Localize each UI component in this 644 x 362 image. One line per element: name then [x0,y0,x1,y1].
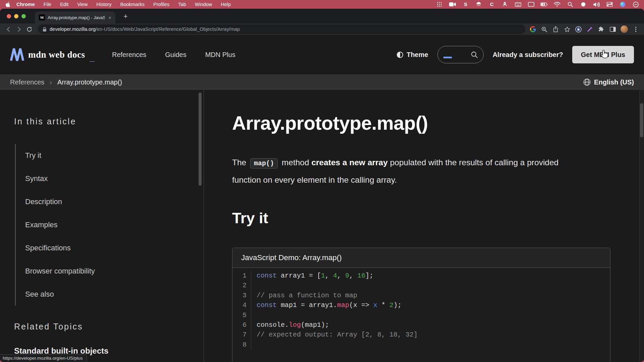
minimize-window-button[interactable] [14,14,18,18]
code-line: 3// pass a function to map [232,291,610,300]
focus-icon[interactable] [632,1,639,7]
volume-icon[interactable] [593,1,600,7]
strainer-icon[interactable] [475,1,482,7]
theme-toggle[interactable]: Theme [397,51,428,59]
search-input[interactable] [437,46,484,63]
nav-mdn-plus[interactable]: MDN Plus [205,51,235,59]
close-window-button[interactable] [7,14,11,18]
forward-icon[interactable] [14,25,23,34]
keyboard-icon[interactable] [514,1,522,7]
toc-item-browser-compatibility[interactable]: Browser compatibility [25,259,204,283]
line-number: 4 [232,300,251,310]
mdn-logo-m-icon [10,48,24,61]
address-bar[interactable]: developer.mozilla.org/en-US/docs/Web/Jav… [38,24,525,34]
sidebar: In this article Try itSyntaxDescriptionE… [0,90,204,362]
google-icon[interactable] [529,26,536,33]
record-icon[interactable] [580,1,587,7]
search-magnifier-icon[interactable] [471,51,478,58]
apple-icon[interactable] [5,2,10,7]
code-text: const array1 = [1, 4, 9, 16]; [251,271,373,281]
padlock-icon [43,27,47,32]
code-line: 1const array1 = [1, 4, 9, 16]; [232,271,610,281]
stats-icon[interactable]: S [462,1,469,7]
bookmark-star-icon[interactable] [564,26,571,33]
reload-icon[interactable] [25,25,34,34]
siri-icon[interactable] [619,1,626,7]
mdn-logo[interactable]: mdn web docs _ [10,48,95,61]
menu-edit[interactable]: Edit [56,2,73,7]
toc-heading: In this article [14,117,204,126]
line-number: 8 [232,340,251,350]
browser-window: M Array.prototype.map() - JavaS × + deve… [0,9,644,362]
code-line: 7// expected output: Array [2, 8, 18, 32… [232,330,610,340]
url-path: /en-US/docs/Web/JavaScript/Reference/Glo… [96,26,240,32]
tryit-heading: Try it [232,209,639,227]
toc-item-syntax[interactable]: Syntax [25,167,204,190]
mdn-favicon: M [39,14,45,20]
breadcrumb-current-page[interactable]: Array.prototype.map() [57,78,122,86]
toc-item-try-it[interactable]: Try it [25,144,204,167]
keypad-icon[interactable] [436,1,443,7]
control-center-icon[interactable] [606,1,613,7]
share-icon[interactable] [552,26,559,33]
code-text [251,340,261,350]
code-text: // expected output: Array [2, 8, 18, 32] [251,330,418,340]
toc-item-see-also[interactable]: See also [25,283,204,306]
menu-kebab-icon[interactable] [632,26,639,33]
menu-chrome[interactable]: Chrome [12,2,39,7]
menu-view[interactable]: View [73,2,92,7]
toc-item-examples[interactable]: Examples [25,213,204,236]
display-icon[interactable] [527,1,535,7]
code-text [251,281,261,290]
menu-window[interactable]: Window [191,2,217,7]
menu-help[interactable]: Help [216,2,235,7]
menu-file[interactable]: File [39,2,56,7]
menu-tab[interactable]: Tab [174,2,190,7]
mdn-header: mdn web docs _ ReferencesGuidesMDN Plus … [0,35,644,74]
browser-tab[interactable]: M Array.prototype.map() - JavaS × [35,11,115,23]
code-editor[interactable]: 1const array1 = [1, 4, 9, 16];2 3// pass… [232,268,610,362]
fullscreen-window-button[interactable] [21,14,26,18]
screen: ChromeFileEditViewHistoryBookmarksProfil… [0,0,644,362]
globe-icon [583,78,591,86]
article-content: Array.prototype.map() The map() method c… [204,90,639,362]
password-manager-icon[interactable] [575,26,582,33]
toc-item-specifications[interactable]: Specifications [25,236,204,259]
mdn-main-nav: ReferencesGuidesMDN Plus [112,51,235,59]
back-icon[interactable] [4,25,13,34]
line-number: 7 [232,330,251,340]
page-title: Array.prototype.map() [232,112,639,134]
menu-profiles[interactable]: Profiles [149,2,174,7]
extensions-puzzle-icon[interactable] [598,26,605,33]
new-tab-button[interactable]: + [121,11,130,21]
mdn-logo-cursor: _ [90,53,95,63]
breadcrumb-references-link[interactable]: References [10,78,44,86]
language-selector[interactable]: English (US) [583,78,634,86]
profile-avatar[interactable] [621,25,628,33]
nav-guides[interactable]: Guides [165,51,186,59]
zoom-plus-icon[interactable] [541,26,548,33]
pen-icon[interactable] [586,26,593,33]
intro-segment: method [279,158,311,167]
page-scrollbar-thumb[interactable] [640,103,643,137]
tab-close-icon[interactable]: × [108,15,112,20]
battery-icon[interactable] [540,1,548,7]
sidebar-scrollbar-thumb[interactable] [199,93,202,186]
menu-history[interactable]: History [92,2,116,7]
already-subscriber-link[interactable]: Already a subscriber? [493,51,563,59]
mdn-logo-text: mdn web docs [28,50,85,60]
breadcrumb-separator: › [50,78,52,86]
sidebar-panel-icon[interactable] [609,26,616,33]
search-icon[interactable] [567,1,574,7]
window-controls [7,14,26,18]
rocket-icon[interactable] [501,1,508,7]
menu-bookmarks[interactable]: Bookmarks [116,2,149,7]
get-mdn-plus-button[interactable]: Get MDN Plus [572,46,634,63]
cleanshot-icon[interactable]: C [488,1,495,7]
nav-references[interactable]: References [112,51,146,59]
camera-icon[interactable] [449,1,456,7]
svg-text:S: S [464,2,467,7]
wifi-icon[interactable] [553,1,561,7]
toc-item-description[interactable]: Description [25,190,204,213]
intro-segment: creates a new array [311,158,387,167]
